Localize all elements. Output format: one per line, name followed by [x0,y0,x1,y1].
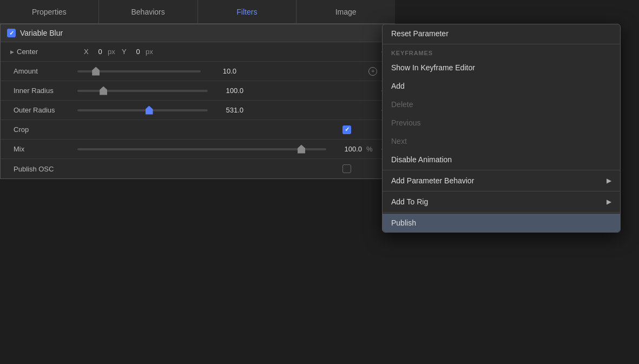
filter-name: Variable Blur [20,29,63,37]
mix-value: 100.0 [335,145,362,153]
amount-slider[interactable] [77,70,201,72]
menu-separator-1 [383,44,620,44]
filter-panel: Variable Blur Center X 0 px Y 0 px Amoun… [0,24,395,179]
mix-row: Mix 100.0 % [1,140,394,159]
menu-item-add-parameter-behavior[interactable]: Add Parameter Behavior ▶ [383,171,620,190]
outer-radius-value: 531.0 [216,106,243,114]
filter-enabled-checkbox[interactable] [7,29,16,37]
add-to-rig-arrow: ▶ [607,198,611,206]
menu-item-delete[interactable]: Delete [383,95,620,114]
menu-separator-2 [383,170,620,170]
menu-item-reset-parameter[interactable]: Reset Parameter [383,24,620,43]
menu-item-disable-animation[interactable]: Disable Animation [383,150,620,169]
menu-item-add-to-rig[interactable]: Add To Rig ▶ [383,193,620,211]
amount-add-keyframe[interactable] [368,67,377,76]
menu-item-publish[interactable]: Publish [383,214,620,232]
inner-radius-row: Inner Radius 100.0 [1,81,394,101]
keyframes-section-header: KEYFRAMES [383,45,620,58]
amount-row: Amount 10.0 ▼ [1,62,394,81]
tabs-bar: Properties Behaviors Filters Image [0,0,395,24]
outer-radius-slider[interactable] [77,109,208,111]
add-parameter-behavior-arrow: ▶ [607,177,611,184]
outer-radius-label: Outer Radius [9,106,69,114]
tab-properties[interactable]: Properties [0,0,99,23]
menu-separator-3 [383,191,620,191]
center-disclosure[interactable] [9,49,15,55]
inner-radius-label: Inner Radius [9,87,69,95]
menu-item-add[interactable]: Add [383,77,620,95]
tab-filters[interactable]: Filters [198,0,297,23]
mix-slider[interactable] [77,148,326,150]
menu-item-previous[interactable]: Previous [383,114,620,132]
crop-row: Crop [1,120,394,140]
amount-label: Amount [9,67,69,75]
inner-radius-value: 100.0 [216,87,243,95]
amount-value: 10.0 [209,67,236,75]
mix-label: Mix [9,145,69,153]
publish-osc-label: Publish OSC [9,165,69,173]
context-menu: Reset Parameter KEYFRAMES Show In Keyfra… [382,24,621,233]
center-row: Center X 0 px Y 0 px [1,42,394,62]
crop-label: Crop [9,125,69,134]
tab-image[interactable]: Image [297,0,395,23]
menu-item-show-keyframe-editor[interactable]: Show In Keyframe Editor [383,58,620,77]
crop-checkbox[interactable] [342,125,351,134]
outer-radius-row: Outer Radius 531.0 [1,101,394,120]
publish-osc-checkbox[interactable] [342,164,351,173]
menu-separator-4 [383,212,620,213]
publish-osc-row: Publish OSC [1,159,394,178]
mix-unit: % [366,145,378,153]
inner-radius-slider[interactable] [77,90,208,92]
center-label: Center [17,48,82,56]
tab-behaviors[interactable]: Behaviors [99,0,198,23]
menu-item-next[interactable]: Next [383,132,620,150]
filter-header: Variable Blur [1,24,394,42]
